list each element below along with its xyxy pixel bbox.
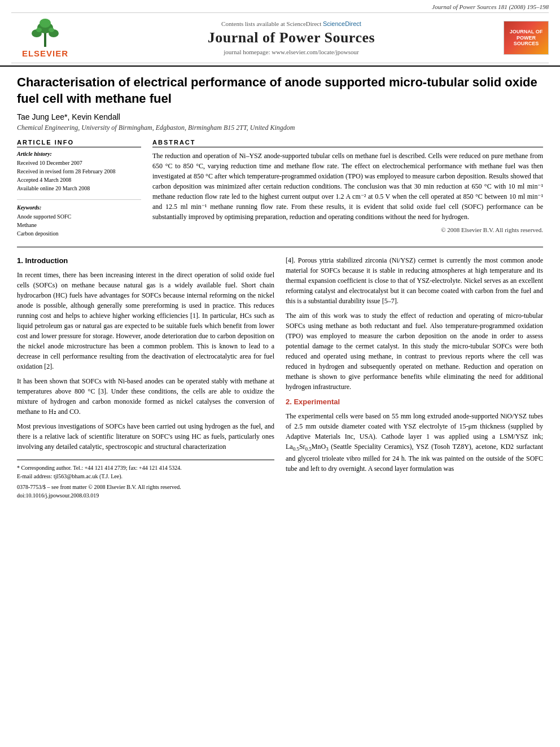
section2-para1: The experimental cells were based on 55 … (286, 411, 543, 474)
svg-point-6 (36, 28, 42, 32)
intro-para2: It has been shown that SOFCs with Ni-bas… (17, 376, 274, 417)
elsevier-tree-icon (25, 18, 65, 49)
issn-line: 0378-7753/$ – see front matter © 2008 El… (17, 483, 274, 491)
sciencedirect-line: Contents lists available at ScienceDirec… (85, 20, 498, 27)
abstract-column: ABSTRACT The reduction and operation of … (152, 139, 543, 238)
article-history-section: Article history: Received 10 December 20… (17, 151, 141, 193)
elsevier-logo: ELSEVIER (11, 18, 79, 58)
main-content: Characterisation of electrical performan… (0, 67, 560, 511)
right-para1: [4]. Porous yttria stabilized zirconia (… (286, 255, 543, 306)
sciencedirect-link[interactable]: ScienceDirect (323, 20, 361, 27)
available-date: Available online 20 March 2008 (17, 184, 141, 193)
footnote-star: * Corresponding author. Tel.: +44 121 41… (17, 464, 274, 472)
footnote-email: E-mail address: tjl563@bham.ac.uk (T.J. … (17, 472, 274, 480)
divider (17, 199, 141, 200)
accepted-date: Accepted 4 March 2008 (17, 176, 141, 184)
right-para2: The aim of this work was to study the ef… (286, 311, 543, 392)
footnote-section: * Corresponding author. Tel.: +44 121 41… (17, 460, 274, 500)
section2-heading: 2. Experimental (286, 396, 543, 408)
keywords-header: Keywords: (17, 204, 141, 211)
elsevier-brand-text: ELSEVIER (22, 49, 68, 58)
intro-para3: Most previous investigations of SOFCs ha… (17, 421, 274, 452)
keyword-3: Carbon deposition (17, 229, 141, 238)
abstract-text: The reduction and operation of Ni–YSZ an… (152, 151, 543, 222)
header-banner: ELSEVIER Contents lists available at Sci… (11, 12, 549, 63)
journal-logo-right: JOURNAL OF POWER SOURCES (504, 21, 549, 55)
doi-line: doi:10.1016/j.jpowsour.2008.03.019 (17, 491, 274, 500)
header-center: Contents lists available at ScienceDirec… (79, 20, 504, 55)
page: Journal of Power Sources 181 (2008) 195–… (0, 0, 560, 747)
body-content: 1. Introduction In recent times, there h… (17, 247, 543, 500)
keyword-1: Anode supported SOFC (17, 212, 141, 221)
svg-point-5 (40, 19, 51, 28)
journal-homepage: journal homepage: www.elsevier.com/locat… (85, 49, 498, 55)
affiliation: Chemical Engineering, University of Birm… (17, 124, 543, 132)
intro-para1: In recent times, there has been increasi… (17, 270, 274, 372)
thickness-word: thickness (480, 422, 505, 430)
article-title: Characterisation of electrical performan… (17, 75, 543, 107)
body-col-left: 1. Introduction In recent times, there h… (17, 255, 274, 500)
article-history-header: Article history: (17, 151, 141, 157)
copyright-line: © 2008 Elsevier B.V. All rights reserved… (152, 226, 543, 233)
keyword-2: Methane (17, 221, 141, 229)
article-info-label: ARTICLE INFO (17, 139, 141, 147)
abstract-label: ABSTRACT (152, 139, 543, 147)
received-date: Received 10 December 2007 (17, 159, 141, 167)
svg-point-7 (49, 28, 54, 32)
article-info-column: ARTICLE INFO Article history: Received 1… (17, 139, 141, 238)
journal-title: Journal of Power Sources (85, 29, 498, 46)
authors: Tae Jung Lee*, Kevin Kendall (17, 112, 543, 121)
body-col-right: [4]. Porous yttria stabilized zirconia (… (286, 255, 543, 500)
revised-date: Received in revised form 28 February 200… (17, 167, 141, 176)
keywords-section: Keywords: Anode supported SOFC Methane C… (17, 204, 141, 238)
journal-reference: Journal of Power Sources 181 (2008) 195–… (11, 3, 549, 10)
article-body: ARTICLE INFO Article history: Received 1… (17, 139, 543, 238)
section1-heading: 1. Introduction (17, 255, 274, 267)
journal-header: Journal of Power Sources 181 (2008) 195–… (0, 0, 560, 67)
